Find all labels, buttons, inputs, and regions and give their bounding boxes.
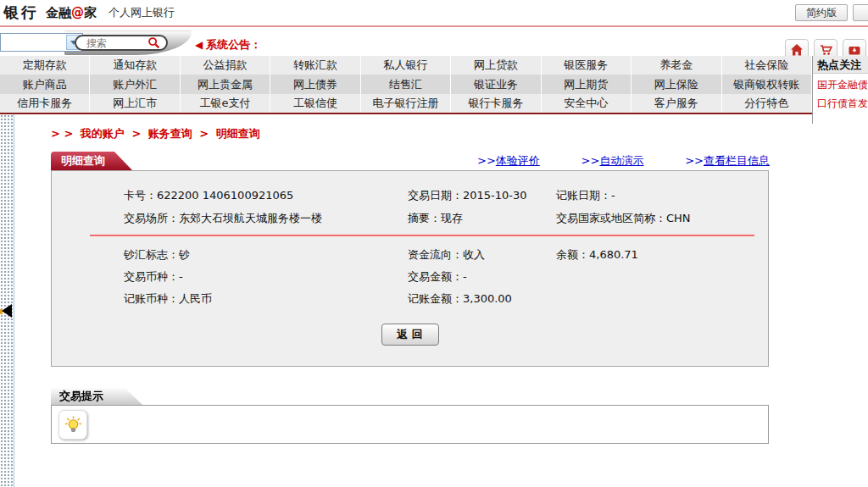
transaction-amount-field: 交易金额：-: [408, 269, 556, 285]
nav-item-forex-settlement[interactable]: 结售汇: [361, 75, 451, 94]
nav-row-2: 账户商品 账户外汇 网上贵金属 网上债券 结售汇 银证业务 网上期货 网上保险 …: [0, 75, 812, 94]
transaction-date-field: 交易日期：2015-10-30: [408, 188, 556, 203]
fund-flow-field: 资金流向：收入: [408, 247, 556, 263]
view-column-info-link[interactable]: >>查看栏目信息: [685, 153, 770, 169]
search-icon[interactable]: [147, 36, 160, 49]
bank-logo-text: 银行: [3, 3, 39, 23]
hot-topics-title: 热点关注: [813, 56, 868, 74]
nav-item-precious-metal[interactable]: 网上贵金属: [181, 75, 270, 94]
nav-item-bank-card-service[interactable]: 银行卡服务: [451, 94, 541, 113]
sidebar-collapse-strip: [0, 114, 14, 487]
cart-icon: [819, 43, 832, 57]
cash-remit-flag-field: 钞汇标志：钞: [124, 247, 408, 263]
nav-item-medical-service[interactable]: 银医服务: [542, 56, 632, 75]
speaker-icon: ◀: [195, 39, 203, 51]
detail-row-1: 卡号：622200 1406100921065 交易日期：2015-10-30 …: [124, 188, 761, 203]
detail-row-2: 交易场所：东郊大石坝航天城服务楼一楼 摘要：现存 交易国家或地区简称：CHN: [124, 211, 761, 226]
home-icon: [790, 43, 804, 57]
header-divider-line: [0, 25, 868, 27]
collapse-panel-handle[interactable]: [0, 304, 14, 319]
search-input[interactable]: [86, 37, 147, 49]
nav-item-private-banking[interactable]: 私人银行: [361, 56, 451, 75]
experience-rating-link[interactable]: >>体验评价: [477, 153, 540, 169]
transaction-detail-box: 卡号：622200 1406100921065 交易日期：2015-10-30 …: [51, 170, 769, 367]
transaction-currency-field: 交易币种：-: [124, 269, 408, 285]
transaction-place-field: 交易场所：东郊大石坝航天城服务楼一楼: [124, 211, 408, 226]
system-announcement: ◀ 系统公告：: [195, 37, 261, 53]
tips-tab-title: 交易提示: [51, 387, 142, 405]
nav-item-charity-donation[interactable]: 公益捐款: [181, 56, 270, 75]
breadcrumb-separator: >: [199, 127, 209, 140]
main-nav-menu: 定期存款 通知存款 公益捐款 转账汇款 私人银行 网上贷款 银医服务 养老金 社…: [0, 56, 812, 113]
nav-item-online-loan[interactable]: 网上贷款: [451, 56, 541, 75]
nav-item-online-futures[interactable]: 网上期货: [542, 75, 632, 94]
nav-bottom-divider: [0, 113, 868, 114]
card-number-field: 卡号：622200 1406100921065: [124, 188, 408, 203]
bank-logo: 银行 金融@家 个人网上银行: [3, 0, 175, 25]
breadcrumb-my-accounts[interactable]: 我的账户: [81, 127, 125, 140]
transaction-tips-box: [51, 405, 769, 444]
menu-select-dropdown[interactable]: [0, 33, 83, 52]
nav-item-security-center[interactable]: 安全中心: [542, 94, 632, 113]
nav-item-ebanking-register[interactable]: 电子银行注册: [361, 94, 451, 113]
nav-item-icbc-epay[interactable]: 工银e支付: [181, 94, 270, 113]
booking-amount-field: 记账金额：3,300.00: [408, 291, 556, 307]
nav-item-transfer-remit[interactable]: 转账汇款: [270, 56, 360, 75]
nav-item-fixed-deposit[interactable]: 定期存款: [0, 56, 90, 75]
country-code-field: 交易国家或地区简称：CHN: [556, 211, 761, 226]
hot-link-cdb-bond[interactable]: 国开金融债: [813, 74, 868, 92]
auto-demo-link[interactable]: >>自动演示: [581, 153, 644, 169]
detail-divider-line: [90, 235, 754, 236]
breadcrumb: > > 我的账户 > 账务查询 > 明细查询: [51, 126, 264, 141]
brand-logo: 金融@家: [46, 5, 97, 21]
top-header: 银行 金融@家 个人网上银行 简约版: [0, 0, 868, 25]
mail-icon: [848, 43, 861, 57]
detail-row-3: 钞汇标志：钞 资金流向：收入 余额：4,680.71: [124, 247, 761, 263]
hot-link-exim-bond[interactable]: 口行债首发: [813, 92, 868, 111]
balance-field: 余额：4,680.71: [556, 247, 761, 263]
nav-row-3: 信用卡服务 网上汇市 工银e支付 工银信使 电子银行注册 银行卡服务 安全中心 …: [0, 94, 812, 113]
nav-row-1: 定期存款 通知存款 公益捐款 转账汇款 私人银行 网上贷款 银医服务 养老金 社…: [0, 56, 812, 75]
simple-version-button[interactable]: 简约版: [795, 4, 848, 21]
breadcrumb-detail-inquiry[interactable]: 明细查询: [216, 127, 260, 140]
tip-bulb-tile: [58, 410, 87, 440]
booking-date-field: 记账日期：-: [556, 188, 761, 203]
page-subtitle: 个人网上银行: [108, 5, 175, 20]
clipped-edge-button[interactable]: [853, 4, 868, 21]
nav-item-icbc-messenger[interactable]: 工银信使: [270, 94, 360, 113]
nav-item-online-bonds[interactable]: 网上债券: [270, 75, 360, 94]
announcement-label: 系统公告：: [206, 37, 261, 53]
summary-field: 摘要：现存: [408, 211, 556, 226]
nav-item-bank-securities[interactable]: 银证业务: [451, 75, 541, 94]
detail-row-5: 记账币种：人民币 记账金额：3,300.00: [124, 291, 761, 307]
panel-links: >>体验评价 >>自动演示 >>查看栏目信息: [477, 153, 770, 169]
at-icon: @: [71, 5, 84, 20]
nav-item-pension[interactable]: 养老金: [632, 56, 721, 75]
breadcrumb-separator: >: [131, 127, 141, 140]
nav-item-branch-features[interactable]: 分行特色: [722, 94, 812, 113]
nav-item-forex-market[interactable]: 网上汇市: [90, 94, 180, 113]
nav-item-online-insurance[interactable]: 网上保险: [632, 75, 721, 94]
nav-item-account-commodity[interactable]: 账户商品: [0, 75, 90, 94]
back-button[interactable]: 返 回: [381, 324, 439, 346]
detail-row-4: 交易币种：- 交易金额：-: [124, 269, 761, 285]
nav-item-notice-deposit[interactable]: 通知存款: [90, 56, 180, 75]
search-box: [75, 35, 168, 51]
nav-item-account-forex[interactable]: 账户外汇: [90, 75, 180, 94]
nav-item-customer-service[interactable]: 客户服务: [632, 94, 721, 113]
panel-tab-detail-inquiry: 明细查询: [51, 152, 132, 170]
nav-item-social-insurance[interactable]: 社会保险: [722, 56, 812, 75]
booking-currency-field: 记账币种：人民币: [124, 291, 408, 307]
nav-item-bank-merchant-transfer[interactable]: 银商银权转账: [722, 75, 812, 94]
nav-item-credit-card[interactable]: 信用卡服务: [0, 94, 90, 113]
breadcrumb-account-inquiry[interactable]: 账务查询: [148, 127, 192, 140]
breadcrumb-prefix: > >: [51, 127, 73, 140]
collapse-arrow-icon: [2, 304, 12, 318]
hot-topics-panel: 热点关注 国开金融债 口行债首发: [812, 56, 868, 124]
lightbulb-icon: [64, 416, 82, 434]
